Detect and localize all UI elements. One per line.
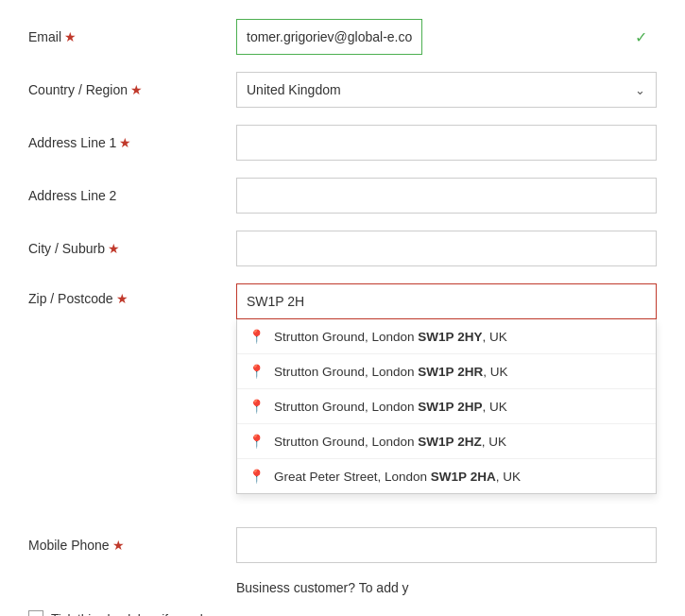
tick-row: Tick this check box if you do n [28, 610, 657, 616]
email-valid-checkmark: ✓ [635, 28, 647, 46]
autocomplete-dropdown: 📍 Strutton Ground, London SW1P 2HY, UK 📍… [236, 319, 657, 494]
zip-input[interactable] [236, 283, 657, 319]
pin-icon-3: 📍 [248, 434, 265, 449]
mobile-input[interactable] [236, 527, 657, 563]
country-select-wrapper: United Kingdom United States Canada Aust… [236, 72, 657, 108]
pin-icon-4: 📍 [248, 469, 265, 484]
zip-input-wrapper: 📍 Strutton Ground, London SW1P 2HY, UK 📍… [236, 283, 657, 319]
email-input-wrapper: ✓ [236, 19, 657, 55]
autocomplete-text-4: Great Peter Street, London SW1P 2HA, UK [274, 470, 521, 484]
email-opt-out-checkbox[interactable] [28, 610, 43, 616]
address1-input[interactable] [236, 125, 657, 161]
autocomplete-item-3[interactable]: 📍 Strutton Ground, London SW1P 2HZ, UK [237, 424, 656, 459]
mobile-label: Mobile Phone★ [28, 538, 236, 553]
address2-row: Address Line 2 [28, 178, 657, 214]
pin-icon-1: 📍 [248, 364, 265, 379]
mobile-row: Mobile Phone★ [28, 527, 657, 563]
mobile-required: ★ [112, 538, 125, 553]
country-row: Country / Region★ United Kingdom United … [28, 72, 657, 108]
address1-required: ★ [119, 135, 131, 150]
pin-icon-2: 📍 [248, 399, 265, 414]
pin-icon-0: 📍 [248, 329, 265, 344]
city-label: City / Suburb★ [28, 241, 236, 256]
address2-input[interactable] [236, 178, 657, 214]
address1-label: Address Line 1★ [28, 135, 236, 150]
business-text: Business customer? To add y [236, 580, 657, 595]
city-input[interactable] [236, 231, 657, 266]
zip-row: Zip / Postcode★ 📍 Strutton Ground, Londo… [28, 283, 657, 319]
email-label: Email★ [28, 29, 236, 44]
email-input[interactable] [236, 19, 422, 55]
country-label: Country / Region★ [28, 82, 236, 97]
address2-label: Address Line 2 [28, 188, 236, 203]
autocomplete-text-2: Strutton Ground, London SW1P 2HP, UK [274, 400, 507, 414]
autocomplete-item-0[interactable]: 📍 Strutton Ground, London SW1P 2HY, UK [237, 319, 656, 354]
country-select[interactable]: United Kingdom United States Canada Aust… [236, 72, 657, 108]
email-required: ★ [64, 29, 77, 44]
autocomplete-item-1[interactable]: 📍 Strutton Ground, London SW1P 2HR, UK [237, 354, 656, 389]
address1-row: Address Line 1★ [28, 125, 657, 161]
city-row: City / Suburb★ [28, 231, 657, 266]
city-required: ★ [108, 241, 120, 256]
email-row: Email★ ✓ [28, 19, 657, 55]
autocomplete-item-2[interactable]: 📍 Strutton Ground, London SW1P 2HP, UK [237, 389, 656, 424]
tick-label: Tick this check box if you do n [51, 611, 221, 617]
business-row: Business customer? To add y [28, 580, 657, 595]
autocomplete-text-3: Strutton Ground, London SW1P 2HZ, UK [274, 435, 506, 449]
zip-label: Zip / Postcode★ [28, 283, 236, 306]
autocomplete-text-1: Strutton Ground, London SW1P 2HR, UK [274, 365, 507, 379]
zip-required: ★ [116, 291, 128, 306]
autocomplete-text-0: Strutton Ground, London SW1P 2HY, UK [274, 330, 507, 344]
country-required: ★ [130, 82, 143, 97]
autocomplete-item-4[interactable]: 📍 Great Peter Street, London SW1P 2HA, U… [237, 459, 656, 493]
